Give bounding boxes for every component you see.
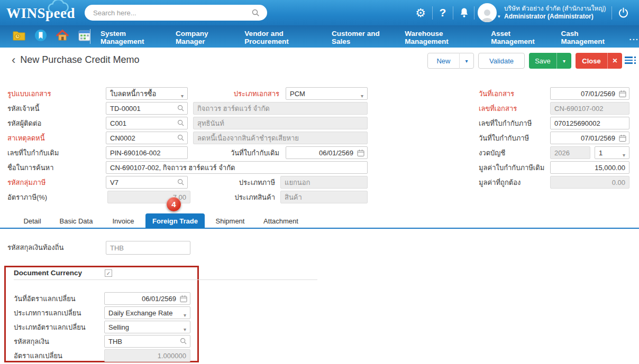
close-button[interactable]: Close xyxy=(576,53,607,69)
list-menu-icon[interactable] xyxy=(625,57,636,64)
tax-type-field: แยกนอก xyxy=(280,176,368,189)
search-icon[interactable] xyxy=(177,134,185,142)
doc-format-select[interactable]: ใบลดหนี้การซื้อ xyxy=(106,87,188,100)
creditor-code-field[interactable]: TD-00001 xyxy=(106,102,188,115)
orig-tax-invoice-value-field[interactable]: 15,000.00 xyxy=(550,161,629,174)
tab-shipment[interactable]: Shipment xyxy=(214,213,247,228)
tab-detail[interactable]: Detail xyxy=(19,213,46,228)
chevron-down-icon[interactable]: ▾ xyxy=(498,14,500,19)
save-dropdown-button[interactable]: ▾ xyxy=(556,53,571,69)
new-dropdown-button[interactable]: ▾ xyxy=(459,53,474,69)
tax-invoice-date-field[interactable]: 07/01/2569 xyxy=(550,132,629,144)
help-icon[interactable]: ? xyxy=(437,0,449,25)
contact-name-field: สุทธินันท์ xyxy=(193,117,368,129)
settings-gear-icon[interactable]: ⚙ xyxy=(414,0,427,25)
nav-item-asset[interactable]: Asset Management xyxy=(491,24,547,49)
home-icon[interactable] xyxy=(56,29,69,42)
search-name-field[interactable]: CN-690107-002, กิจถาวร ฮาร์ดแวร์ จำกัด xyxy=(106,161,368,174)
bookmark-icon[interactable] xyxy=(34,29,47,42)
validate-button[interactable]: Validate xyxy=(478,53,525,69)
doc-type-select[interactable]: PCM xyxy=(286,87,368,100)
calendar-icon[interactable] xyxy=(78,29,90,42)
search-icon[interactable] xyxy=(180,338,187,345)
save-button[interactable]: Save xyxy=(529,53,556,69)
recent-folder-icon[interactable] xyxy=(13,29,25,42)
tab-attachment[interactable]: Attachment xyxy=(260,213,302,228)
label-orig-invoice-no: เลขที่ใบกำกับเดิม xyxy=(7,146,59,159)
credit-reason-field[interactable]: CN0002 xyxy=(106,132,188,144)
calendar-icon[interactable] xyxy=(357,149,364,157)
currency-code-value: THB xyxy=(108,338,122,346)
period-select[interactable]: 1 xyxy=(595,146,629,159)
search-icon[interactable] xyxy=(177,119,185,127)
exchange-date-field[interactable]: 06/01/2569 xyxy=(104,292,190,305)
calendar-icon[interactable] xyxy=(619,90,626,98)
local-currency-value: THB xyxy=(110,244,124,252)
contact-code-field[interactable]: C001 xyxy=(106,117,188,129)
label-accounting-period: งวดบัญชี xyxy=(479,146,505,159)
nav-item-system-management[interactable]: System Management xyxy=(101,24,162,49)
nav-item-company-manager[interactable]: Company Manager xyxy=(176,24,231,49)
search-icon[interactable] xyxy=(177,105,185,112)
label-orig-invoice-date: วันที่ใบกำกับเดิม xyxy=(201,146,279,159)
tab-foreign-trade[interactable]: Foreign Trade xyxy=(145,213,205,229)
orig-invoice-date-value: 06/01/2569 xyxy=(319,149,353,157)
tax-invoice-date-value: 07/01/2569 xyxy=(581,134,615,142)
document-currency-checkbox[interactable] xyxy=(105,269,112,277)
section-divider xyxy=(14,279,317,280)
exchange-rate-value: 1.000000 xyxy=(158,352,186,360)
chevron-down-icon[interactable] xyxy=(181,91,184,99)
chevron-down-icon[interactable] xyxy=(361,91,363,99)
exchange-kind-value: Daily Exchange Rate xyxy=(108,309,172,317)
chevron-down-icon: ▾ xyxy=(563,58,565,64)
notifications-bell-icon[interactable] xyxy=(457,0,471,25)
orig-invoice-no-field[interactable]: PIN-690106-002 xyxy=(106,146,188,159)
user-role: Administrator (Administrator) xyxy=(504,13,606,21)
exchange-rate-type-value: Selling xyxy=(108,323,129,331)
tax-invoice-no-field[interactable]: 070125690002 xyxy=(550,117,629,129)
search-icon[interactable] xyxy=(252,9,260,17)
user-avatar[interactable] xyxy=(478,3,497,22)
label-credit-reason: สาเหตุลดหนี้ xyxy=(7,132,45,144)
exchange-rate-type-select[interactable]: Selling xyxy=(104,321,190,333)
period-year-field: 2026 xyxy=(550,146,590,159)
label-currency-code: รหัสสกุลเงิน xyxy=(14,335,49,348)
nav-item-more[interactable]: ... xyxy=(629,27,639,45)
doc-date-field[interactable]: 07/01/2569 xyxy=(550,87,629,100)
nav-item-customer-sales[interactable]: Customer and Sales xyxy=(332,24,391,49)
nav-item-warehouse[interactable]: Warehouse Management xyxy=(405,24,477,49)
label-doc-no: เลขที่เอกสาร xyxy=(479,102,517,115)
nav-item-cash[interactable]: Cash Management xyxy=(561,24,615,49)
nav-item-vendor-procurement[interactable]: Vendor and Procurement xyxy=(244,24,318,49)
chevron-down-icon[interactable] xyxy=(184,325,186,333)
orig-tax-invoice-value: 15,000.00 xyxy=(595,164,625,172)
period-year-value: 2026 xyxy=(554,149,570,157)
currency-code-field[interactable]: THB xyxy=(104,335,190,348)
orig-invoice-date-field[interactable]: 06/01/2569 xyxy=(286,146,368,159)
company-name: บริษัท ตัวอย่าง จำกัด (สำนักงานใหญ่) xyxy=(504,5,606,13)
close-x-button[interactable]: ✕ xyxy=(607,53,622,69)
label-exchange-kind: ประเภทการแลกเปลี่ยน xyxy=(14,306,81,319)
tax-type-value: แยกนอก xyxy=(285,177,310,188)
calendar-icon[interactable] xyxy=(180,295,187,303)
tax-group-field[interactable]: V7 xyxy=(106,176,188,189)
chevron-down-icon[interactable] xyxy=(184,311,186,319)
search-name-value: CN-690107-002, กิจถาวร ฮาร์ดแวร์ จำกัด xyxy=(110,162,235,173)
logout-power-icon[interactable] xyxy=(615,0,631,25)
label-exchange-date: วันที่อัตราแลกเปลี่ยน xyxy=(14,292,76,305)
creditor-name-field: กิจถาวร ฮาร์ดแวร์ จำกัด xyxy=(193,102,368,115)
exchange-kind-select[interactable]: Daily Exchange Rate xyxy=(104,306,190,319)
label-tax-rate: อัตราภาษี(%) xyxy=(7,191,47,203)
user-info[interactable]: บริษัท ตัวอย่าง จำกัด (สำนักงานใหญ่) Adm… xyxy=(504,5,606,21)
tab-basic-data[interactable]: Basic Data xyxy=(56,213,96,228)
calendar-icon[interactable] xyxy=(619,134,626,142)
back-icon[interactable]: ‹ xyxy=(12,55,15,65)
new-button[interactable]: New xyxy=(427,53,459,69)
tab-invoice[interactable]: Invoice xyxy=(108,213,139,228)
creditor-code-value: TD-00001 xyxy=(110,105,141,113)
search-input[interactable] xyxy=(92,8,252,17)
search-icon[interactable] xyxy=(177,179,185,186)
header-divider xyxy=(432,6,433,20)
label-doc-date: วันที่เอกสาร xyxy=(479,87,514,100)
chevron-down-icon[interactable] xyxy=(623,151,625,158)
